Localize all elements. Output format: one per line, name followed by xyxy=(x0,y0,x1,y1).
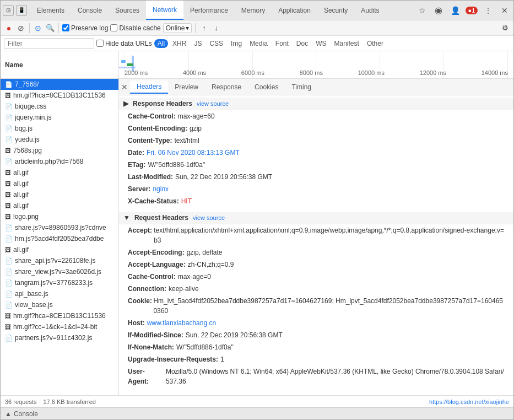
file-item-1[interactable]: 🖼 hm.gif?hca=8CE1DB13C11536 xyxy=(1,90,118,101)
filter-type-img[interactable]: Img xyxy=(228,39,245,48)
tab-sources[interactable]: Sources xyxy=(109,1,146,20)
record-button[interactable]: ● xyxy=(4,23,14,33)
main-content: 📄 7_7568/ 🖼 hm.gif?hca=8CE1DB13C11536 📄 … xyxy=(1,79,513,395)
file-item-2[interactable]: 📄 biquge.css xyxy=(1,101,118,112)
filter-type-ws[interactable]: WS xyxy=(312,39,329,48)
response-view-source-link[interactable]: view source xyxy=(197,100,229,107)
file-icon-17: 📄 xyxy=(5,268,13,276)
header-name: Upgrade-Insecure-Requests: xyxy=(128,354,218,364)
filter-toggle[interactable]: ⊙ xyxy=(33,23,43,33)
hide-data-urls-input[interactable] xyxy=(96,40,104,47)
file-name-8: all.gif xyxy=(13,169,29,176)
request-header-row: Accept:text/html,application/xhtml+xml,a… xyxy=(119,224,513,246)
mark-2000: 2000 ms xyxy=(125,69,148,76)
response-header-row: Server:nginx xyxy=(119,183,513,195)
bookmark-icon[interactable]: ☆ xyxy=(415,4,429,17)
tab-memory[interactable]: Memory xyxy=(235,1,272,20)
response-header-row: X-Cache-Status:HIT xyxy=(119,195,513,207)
file-item-20[interactable]: 📄 view_base.js xyxy=(1,299,118,310)
menu-icon[interactable]: ⋮ xyxy=(481,4,495,17)
tab-security[interactable]: Security xyxy=(317,1,354,20)
network-throttle-select[interactable]: Online ▾ xyxy=(163,23,192,33)
stop-button[interactable]: ⊘ xyxy=(16,23,26,33)
file-item-9[interactable]: 🖼 all.gif xyxy=(1,178,118,189)
file-item-11[interactable]: 🖼 all.gif xyxy=(1,200,118,211)
tab-audits[interactable]: Audits xyxy=(354,1,386,20)
file-item-0[interactable]: 📄 7_7568/ xyxy=(1,79,118,90)
file-item-8[interactable]: 🖼 all.gif xyxy=(1,167,118,178)
file-name-0: 7_7568/ xyxy=(15,80,39,88)
detail-close-button[interactable]: ✕ xyxy=(121,83,128,91)
detail-tab-headers[interactable]: Headers xyxy=(130,80,168,94)
search-button[interactable]: 🔍 xyxy=(45,23,55,33)
header-name: Cache-Control: xyxy=(128,272,176,282)
file-item-15[interactable]: 🖼 all.gif xyxy=(1,244,118,255)
preserve-log-checkbox[interactable]: Preserve log xyxy=(62,24,108,32)
detail-tab-timing[interactable]: Timing xyxy=(285,81,318,93)
preserve-log-input[interactable] xyxy=(62,24,69,31)
detail-tab-response[interactable]: Response xyxy=(205,81,248,93)
tab-network[interactable]: Network xyxy=(146,1,183,20)
request-view-source-link[interactable]: view source xyxy=(193,214,225,221)
file-item-6[interactable]: 🖼 7568s.jpg xyxy=(1,145,118,156)
console-bar[interactable]: ▲ Console xyxy=(1,407,513,419)
file-item-16[interactable]: 📄 share_api.js?v=226108fe.js xyxy=(1,255,118,266)
filter-input[interactable] xyxy=(4,38,94,49)
profile-icon[interactable]: 👤 xyxy=(448,4,462,17)
import-har-button[interactable]: ↑ xyxy=(199,23,209,33)
filter-type-other[interactable]: Other xyxy=(364,39,387,48)
chrome-icon[interactable]: ◉ xyxy=(432,4,445,17)
export-har-button[interactable]: ↓ xyxy=(211,23,221,33)
file-item-3[interactable]: 📄 jquery.min.js xyxy=(1,112,118,123)
filter-type-manifest[interactable]: Manifest xyxy=(331,39,362,48)
file-item-7[interactable]: 📄 articleinfo.php?id=7568 xyxy=(1,156,118,167)
file-item-5[interactable]: 📄 yuedu.js xyxy=(1,134,118,145)
response-headers-title[interactable]: ▶ Response Headers view source xyxy=(119,98,513,110)
file-icon-3: 📄 xyxy=(5,114,13,121)
tab-performance[interactable]: Performance xyxy=(183,1,235,20)
file-item-23[interactable]: 📄 partners.js?v=911c4302.js xyxy=(1,332,118,343)
file-item-17[interactable]: 📄 share_view.js?v=3ae6026d.js xyxy=(1,266,118,277)
detail-panel: ✕ Headers Preview Response Cookies Timin… xyxy=(119,79,513,395)
device-icon[interactable]: 📱 xyxy=(16,5,27,16)
inspect-icon[interactable]: ⊡ xyxy=(3,5,14,16)
file-item-18[interactable]: 📄 tangram.js?v=37768233.js xyxy=(1,277,118,288)
file-item-21[interactable]: 🖼 hm.gif?hca=8CE1DB13C11536 xyxy=(1,310,118,321)
file-item-4[interactable]: 📄 bqg.js xyxy=(1,123,118,134)
tab-console[interactable]: Console xyxy=(71,1,109,20)
filter-type-media[interactable]: Media xyxy=(246,39,271,48)
disable-cache-input[interactable] xyxy=(110,24,117,31)
file-item-13[interactable]: 📄 share.js?v=89860593.js?cdnve xyxy=(1,222,118,233)
filter-bar: Hide data URLs All XHR JS CSS Img Media … xyxy=(1,36,513,51)
filter-type-doc[interactable]: Doc xyxy=(293,39,311,48)
hide-data-urls-checkbox[interactable]: Hide data URLs xyxy=(96,40,152,47)
header-name: User-Agent: xyxy=(128,367,164,386)
file-name-21: hm.gif?hca=8CE1DB13C11536 xyxy=(13,312,106,320)
response-header-row: Content-Type:text/html xyxy=(119,134,513,147)
request-header-row: If-None-Match:W/"5dffd886-1df0a" xyxy=(119,341,513,353)
file-item-10[interactable]: 🖼 all.gif xyxy=(1,189,118,200)
settings-button[interactable]: ⚙ xyxy=(500,23,510,33)
filter-type-xhr[interactable]: XHR xyxy=(169,39,190,48)
filter-type-font[interactable]: Font xyxy=(272,39,292,48)
mark-14000: 14000 ms xyxy=(481,69,508,76)
detail-tab-preview[interactable]: Preview xyxy=(168,81,205,93)
file-item-19[interactable]: 📄 api_base.js xyxy=(1,288,118,299)
tab-elements[interactable]: Elements xyxy=(30,1,71,20)
detail-tab-cookies[interactable]: Cookies xyxy=(248,81,285,93)
error-count-badge[interactable]: ●1 xyxy=(465,4,478,17)
request-headers-title[interactable]: ▼ Request Headers view source xyxy=(119,212,513,224)
request-header-row: Accept-Encoding:gzip, deflate xyxy=(119,246,513,259)
filter-type-css[interactable]: CSS xyxy=(206,39,226,48)
header-name: If-None-Match: xyxy=(128,342,174,352)
filter-type-all[interactable]: All xyxy=(154,39,168,48)
disable-cache-checkbox[interactable]: Disable cache xyxy=(110,24,160,32)
file-item-12[interactable]: 🖼 logo.png xyxy=(1,211,118,222)
filter-type-js[interactable]: JS xyxy=(191,39,205,48)
file-item-14[interactable]: 📄 hm.js?5acd4fdf2052bea7ddbe xyxy=(1,233,118,244)
close-icon[interactable]: ✕ xyxy=(498,4,511,17)
tab-application[interactable]: Application xyxy=(272,1,317,20)
file-name-15: all.gif xyxy=(13,246,29,254)
file-item-22[interactable]: 🖼 hm.gif?cc=1&ck=1&cl=24-bit xyxy=(1,321,118,332)
header-name: Cache-Control: xyxy=(128,111,176,121)
